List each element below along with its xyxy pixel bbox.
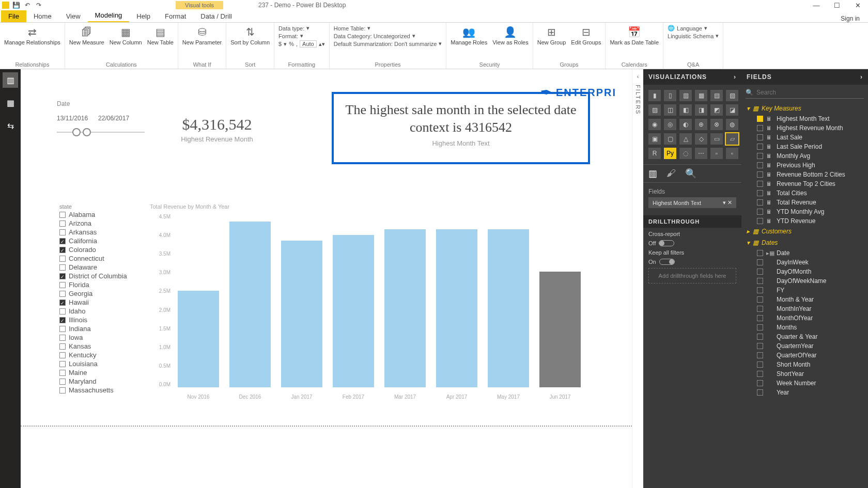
checkbox-icon[interactable]: [59, 221, 66, 227]
viz-type-icon[interactable]: ▤: [710, 90, 723, 101]
field-checkbox[interactable]: [757, 199, 763, 206]
checkbox-icon[interactable]: [59, 238, 66, 244]
checkbox-icon[interactable]: [59, 229, 66, 235]
new-group-button[interactable]: ⊞New Group: [537, 25, 566, 45]
checkbox-icon[interactable]: [59, 326, 66, 332]
field-checkbox[interactable]: [757, 190, 763, 196]
expand-icon[interactable]: ›: [860, 73, 863, 81]
mark-date-table-button[interactable]: 📅Mark as Date Table: [610, 25, 659, 45]
state-checkbox-item[interactable]: Colorado: [59, 246, 142, 254]
percent-button[interactable]: %: [289, 41, 294, 47]
checkbox-icon[interactable]: [59, 387, 66, 393]
decimal-spinner[interactable]: Auto: [300, 40, 317, 48]
viz-type-icon[interactable]: R: [648, 148, 661, 159]
field-item[interactable]: Short Month: [743, 360, 866, 369]
field-item[interactable]: 🖩YTD Monthly Avg: [743, 207, 866, 216]
chart-bar[interactable]: [178, 291, 219, 387]
field-item[interactable]: DayInWeek: [743, 258, 866, 267]
checkbox-icon[interactable]: [59, 317, 66, 323]
field-checkbox[interactable]: [757, 269, 763, 275]
modeling-tab[interactable]: Modeling: [88, 9, 130, 22]
viz-type-icon[interactable]: ▦: [695, 90, 707, 101]
maximize-button[interactable]: ☐: [827, 0, 847, 10]
expand-filters-icon[interactable]: ‹: [637, 73, 639, 80]
field-item[interactable]: Months: [743, 323, 866, 332]
home-tab[interactable]: Home: [26, 10, 59, 22]
checkbox-icon[interactable]: [59, 335, 66, 341]
text-card-selected[interactable]: The highest sale month in the selected d…: [332, 92, 590, 164]
field-checkbox[interactable]: [757, 278, 763, 284]
checkbox-icon[interactable]: [59, 370, 66, 376]
linguistic-dropdown[interactable]: Linguistic Schema ▾: [668, 33, 719, 39]
save-icon[interactable]: 💾: [11, 1, 21, 10]
field-item[interactable]: FY: [743, 286, 866, 295]
cross-report-toggle[interactable]: [659, 240, 674, 246]
drillthrough-dropzone[interactable]: Add drillthrough fields here: [648, 268, 736, 284]
field-checkbox[interactable]: [757, 334, 763, 340]
close-button[interactable]: ✕: [847, 0, 868, 10]
table-node[interactable]: ▾ ▦ Dates: [743, 237, 866, 248]
viz-type-icon[interactable]: ◎: [664, 119, 676, 130]
state-checkbox-item[interactable]: Delaware: [59, 263, 142, 271]
field-item[interactable]: Year: [743, 388, 866, 397]
field-item[interactable]: DayOfMonth: [743, 267, 866, 276]
field-item[interactable]: 🖩Monthly Avg: [743, 151, 866, 161]
help-tab[interactable]: Help: [129, 10, 158, 22]
field-item[interactable]: 🖩YTD Revenue: [743, 216, 866, 226]
field-item[interactable]: 🖩Highest Revenue Month: [743, 123, 866, 133]
state-checkbox-item[interactable]: California: [59, 237, 142, 245]
viz-type-icon[interactable]: ▫: [726, 148, 738, 159]
field-item[interactable]: 🖩Total Revenue: [743, 198, 866, 207]
field-item[interactable]: 🖩Revenue Top 2 Cities: [743, 179, 866, 188]
analytics-mode-icon[interactable]: 🔍: [685, 168, 696, 179]
chart-bar[interactable]: [384, 229, 426, 387]
field-checkbox[interactable]: [757, 134, 763, 140]
state-checkbox-item[interactable]: Hawaii: [59, 298, 142, 306]
checkbox-icon[interactable]: [59, 291, 66, 297]
fields-mode-icon[interactable]: ▥: [648, 168, 657, 179]
field-chip[interactable]: Highest Month Text▾ ✕: [648, 197, 736, 208]
viz-type-icon[interactable]: △: [679, 133, 692, 145]
signin-link[interactable]: Sign in: [841, 15, 860, 22]
state-checkbox-item[interactable]: Kansas: [59, 342, 142, 350]
state-checkbox-item[interactable]: Iowa: [59, 334, 142, 341]
field-checkbox[interactable]: [757, 125, 763, 131]
chart-bar[interactable]: [281, 241, 322, 387]
chart-bar[interactable]: [229, 222, 271, 387]
new-parameter-button[interactable]: ⛁New Parameter: [182, 25, 222, 45]
field-checkbox[interactable]: [757, 181, 763, 187]
chart-bar[interactable]: [436, 229, 477, 387]
edit-groups-button[interactable]: ⊟Edit Groups: [571, 25, 601, 45]
datatype-dropdown[interactable]: ▾: [306, 25, 309, 32]
format-mode-icon[interactable]: 🖌: [667, 168, 676, 179]
field-checkbox[interactable]: [757, 287, 763, 293]
date-range-slider[interactable]: [57, 127, 145, 137]
viz-type-icon[interactable]: ◉: [648, 119, 661, 130]
new-measure-button[interactable]: 🗐New Measure: [69, 25, 104, 45]
format-dropdown[interactable]: ▾: [300, 33, 303, 39]
model-view-icon[interactable]: ⇆: [3, 118, 18, 133]
report-view-icon[interactable]: ▥: [3, 72, 18, 88]
chart-bar[interactable]: [333, 235, 374, 387]
checkbox-icon[interactable]: [59, 247, 66, 253]
viz-type-icon[interactable]: ◍: [726, 119, 738, 130]
hometable-dropdown[interactable]: ▾: [367, 25, 370, 32]
field-item[interactable]: 🖩Previous High: [743, 161, 866, 170]
viz-type-icon[interactable]: ▣: [648, 133, 661, 145]
viz-type-icon[interactable]: ▮: [648, 90, 661, 101]
field-item[interactable]: ▸▦Date: [743, 248, 866, 258]
date-slicer[interactable]: Date 13/11/2016 22/06/2017: [57, 100, 145, 137]
field-checkbox[interactable]: [757, 250, 763, 256]
field-checkbox[interactable]: [757, 116, 763, 122]
checkbox-icon[interactable]: [59, 264, 66, 271]
field-checkbox[interactable]: [757, 361, 763, 368]
view-tab[interactable]: View: [59, 10, 88, 22]
field-item[interactable]: DayOfWeekName: [743, 276, 866, 286]
viz-type-icon[interactable]: ▧: [726, 90, 738, 101]
state-checkbox-item[interactable]: Arkansas: [59, 228, 142, 236]
viz-type-icon[interactable]: ▭: [710, 133, 723, 145]
field-checkbox[interactable]: [757, 324, 763, 330]
field-checkbox[interactable]: [757, 153, 763, 159]
fields-search[interactable]: 🔍: [746, 89, 864, 99]
table-node[interactable]: ▸ ▦ Customers: [743, 226, 866, 237]
